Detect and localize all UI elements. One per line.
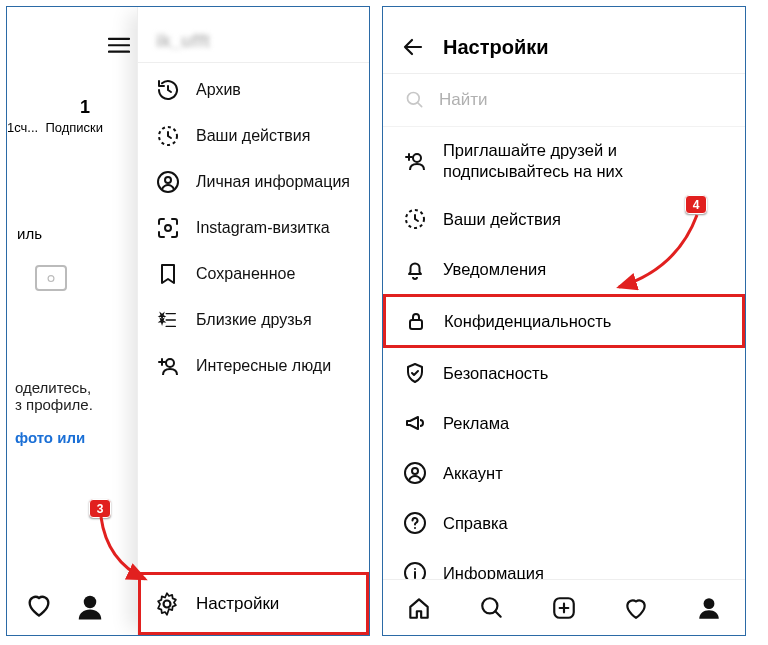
menu-item-nametag[interactable]: Instagram-визитка <box>138 205 369 251</box>
camera-placeholder-icon <box>35 265 67 291</box>
gear-icon <box>154 591 180 617</box>
search-input[interactable]: Найти <box>383 74 745 127</box>
new-post-tab-icon[interactable] <box>551 595 577 621</box>
invite-line1: Приглашайте друзей и <box>443 141 617 159</box>
svg-point-5 <box>165 225 171 231</box>
settings-item-account[interactable]: Аккаунт <box>383 448 745 498</box>
menu-label: Архив <box>196 81 241 99</box>
subscriptions-label: Подписки <box>45 120 103 135</box>
settings-item-privacy[interactable]: Конфиденциальность <box>383 294 745 348</box>
megaphone-icon <box>403 411 427 435</box>
menu-item-archive[interactable]: Архив <box>138 67 369 113</box>
menu-label: Настройки <box>196 594 279 614</box>
menu-item-discover-people[interactable]: Интересные люди <box>138 343 369 389</box>
help-icon <box>403 511 427 535</box>
divider <box>138 62 369 63</box>
invite-line2: подписывайтесь на них <box>443 162 623 180</box>
left-phone-frame: 1 1сч... Подписки иль оделитесь, з профи… <box>6 6 370 636</box>
drawer-username: ik_ufft <box>138 23 369 56</box>
svg-point-17 <box>414 568 416 570</box>
menu-label: Личная информация <box>196 173 350 191</box>
subscriptions-count: 1 <box>67 97 103 118</box>
home-tab-icon[interactable] <box>406 595 432 621</box>
callout-badge-3: 3 <box>89 499 111 518</box>
activity-icon <box>156 124 180 148</box>
add-person-icon <box>156 354 180 378</box>
profile-stats: 1 1сч... Подписки <box>7 97 103 135</box>
svg-point-9 <box>413 154 421 162</box>
settings-label: Ваши действия <box>443 210 561 229</box>
settings-label: Уведомления <box>443 260 546 279</box>
callout-badge-4: 4 <box>685 195 707 214</box>
settings-item-notifications[interactable]: Уведомления <box>383 244 745 294</box>
person-circle-icon <box>156 170 180 194</box>
side-drawer: ik_ufft Архив Ваши действия Личная инфор… <box>137 7 369 635</box>
search-tab-icon[interactable] <box>479 595 505 621</box>
profile-tab-icon[interactable] <box>75 592 105 622</box>
person-circle-icon <box>403 461 427 485</box>
bottom-nav <box>383 579 745 635</box>
lock-icon <box>404 309 428 333</box>
menu-label: Сохраненное <box>196 265 295 283</box>
settings-label: Реклама <box>443 414 509 433</box>
hamburger-icon[interactable] <box>108 37 130 55</box>
menu-item-saved[interactable]: Сохраненное <box>138 251 369 297</box>
settings-label: Справка <box>443 514 508 533</box>
share-text-line1: оделитесь, <box>15 379 93 396</box>
profile-tab-icon[interactable] <box>696 595 722 621</box>
settings-item-help[interactable]: Справка <box>383 498 745 548</box>
activity-tab-icon[interactable] <box>623 595 649 621</box>
settings-label: Конфиденциальность <box>444 312 611 331</box>
svg-rect-11 <box>410 320 422 329</box>
menu-label: Близкие друзья <box>196 311 312 329</box>
settings-label: Приглашайте друзей и подписывайтесь на н… <box>443 140 623 181</box>
share-text: оделитесь, з профиле. <box>15 379 93 413</box>
page-title: Настройки <box>443 36 549 59</box>
settings-label: Безопасность <box>443 364 548 383</box>
profile-tab-fragment: иль <box>17 225 42 242</box>
svg-point-6 <box>166 359 174 367</box>
qr-icon <box>156 216 180 240</box>
bookmark-icon <box>156 262 180 286</box>
svg-point-15 <box>414 527 416 529</box>
like-tab-icon[interactable] <box>25 591 53 619</box>
add-person-icon <box>403 149 427 173</box>
svg-point-13 <box>412 468 418 474</box>
menu-item-close-friends[interactable]: Близкие друзья <box>138 297 369 343</box>
settings-header: Настройки <box>383 7 745 74</box>
menu-label: Instagram-визитка <box>196 219 330 237</box>
settings-label: Аккаунт <box>443 464 503 483</box>
shield-icon <box>403 361 427 385</box>
menu-label: Ваши действия <box>196 127 310 145</box>
svg-point-4 <box>165 177 171 183</box>
svg-point-1 <box>84 596 97 609</box>
svg-point-0 <box>48 276 54 282</box>
svg-point-7 <box>164 601 171 608</box>
settings-item-security[interactable]: Безопасность <box>383 348 745 398</box>
stats-prefix: 1сч... <box>7 120 38 135</box>
svg-point-20 <box>703 598 714 609</box>
starlist-icon <box>156 308 180 332</box>
menu-item-personal-info[interactable]: Личная информация <box>138 159 369 205</box>
search-icon <box>405 90 425 110</box>
bell-icon <box>403 257 427 281</box>
history-icon <box>156 78 180 102</box>
back-icon[interactable] <box>401 35 425 59</box>
menu-item-activity[interactable]: Ваши действия <box>138 113 369 159</box>
right-phone-frame: Настройки Найти Приглашайте друзей и под… <box>382 6 746 636</box>
search-placeholder: Найти <box>439 90 488 110</box>
activity-icon <box>403 207 427 231</box>
menu-item-settings[interactable]: Настройки <box>138 572 369 635</box>
menu-label: Интересные люди <box>196 357 331 375</box>
settings-item-invite[interactable]: Приглашайте друзей и подписывайтесь на н… <box>383 127 745 194</box>
share-photo-link[interactable]: фото или <box>15 429 85 446</box>
settings-item-ads[interactable]: Реклама <box>383 398 745 448</box>
share-text-line2: з профиле. <box>15 396 93 413</box>
